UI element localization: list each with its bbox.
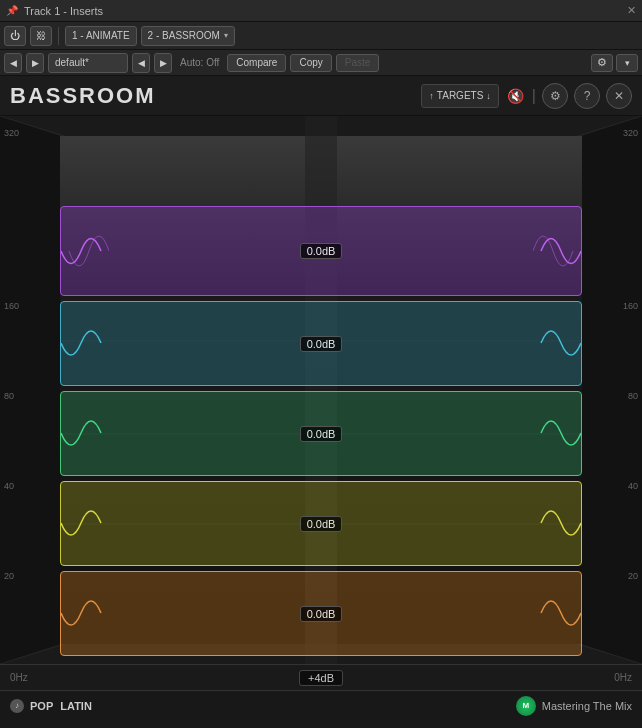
brand-label: Mastering The Mix (542, 700, 632, 712)
copy-button[interactable]: Copy (290, 54, 331, 72)
bottom-hz-right: 0Hz (614, 672, 632, 683)
separator1 (58, 27, 59, 45)
toolbar1: ⏻ ⛓ 1 - ANIMATE 2 - BASSROOM ▾ (0, 22, 642, 50)
bottom-bar: 0Hz +4dB 0Hz (0, 664, 642, 690)
arrow-left2-button[interactable]: ◀ (132, 53, 150, 73)
auto-off-label: Auto: Off (176, 57, 223, 68)
arrow-right-button[interactable]: ▶ (26, 53, 44, 73)
arrow-right2-button[interactable]: ▶ (154, 53, 172, 73)
preset1-dropdown[interactable]: 1 - ANIMATE (65, 26, 137, 46)
scale-160-right: 160 (623, 301, 638, 311)
scale-320-right: 320 (623, 128, 638, 138)
scale-40-right: 40 (628, 481, 638, 491)
band-purple-wave-right (533, 207, 581, 295)
band-green-wave-left (61, 392, 109, 475)
band-yellow-label: 0.0dB (300, 516, 343, 532)
band-yellow[interactable]: 0.0dB (60, 481, 582, 566)
mtm-logo: M (516, 696, 536, 716)
band-purple-label: 0.0dB (300, 243, 343, 259)
scale-160-left: 160 (4, 301, 19, 311)
band-orange-wave-left (61, 572, 109, 655)
help-button[interactable]: ? (574, 83, 600, 109)
bottom-hz-left: 0Hz (10, 672, 28, 683)
bottom-center-db: +4dB (299, 670, 343, 686)
band-purple-wave-left (61, 207, 109, 295)
settings-button[interactable]: ⚙ (542, 83, 568, 109)
header-controls: ↑ TARGETS ↓ 🔇 | ⚙ ? ✕ (421, 83, 632, 109)
close-button[interactable]: ✕ (606, 83, 632, 109)
band-green-wave-right (533, 392, 581, 475)
toolbar2: ◀ ▶ default* ◀ ▶ Auto: Off Compare Copy … (0, 50, 642, 76)
scale-20-right: 20 (628, 571, 638, 581)
genre-icon: ♪ (10, 699, 24, 713)
link-button[interactable]: ⛓ (30, 26, 52, 46)
band-teal-wave-left (61, 302, 109, 385)
band-purple[interactable]: 0.0dB (60, 206, 582, 296)
band-orange-label: 0.0dB (300, 606, 343, 622)
scale-80-right: 80 (628, 391, 638, 401)
arrow-down-icon: ↓ (486, 91, 491, 101)
title-bar: 📌 Track 1 - Inserts ✕ (0, 0, 642, 22)
band-yellow-wave-right (533, 482, 581, 565)
plugin-header: BASSROOM ↑ TARGETS ↓ 🔇 | ⚙ ? ✕ (0, 76, 642, 116)
preset2-label: 2 - BASSROOM (148, 30, 220, 41)
plugin-title: BASSROOM (10, 83, 421, 109)
targets-button[interactable]: ↑ TARGETS ↓ (421, 84, 498, 108)
footer-left: ♪ POP LATIN (10, 699, 92, 713)
scale-320-left: 320 (4, 128, 19, 138)
svg-marker-2 (582, 116, 642, 664)
band-teal-label: 0.0dB (300, 336, 343, 352)
main-area: 320 320 0.0dB 160 160 (0, 116, 642, 664)
footer-right: M Mastering The Mix (516, 696, 632, 716)
gear-area: ⚙ ▾ (591, 54, 638, 72)
band-green[interactable]: 0.0dB (60, 391, 582, 476)
power-button[interactable]: ⏻ (4, 26, 26, 46)
footer-genre: POP LATIN (30, 700, 92, 712)
preset-name-label: default* (55, 57, 89, 68)
arrow-left-button[interactable]: ◀ (4, 53, 22, 73)
footer: ♪ POP LATIN M Mastering The Mix (0, 690, 642, 720)
close-icon[interactable]: ✕ (627, 4, 636, 17)
band-green-label: 0.0dB (300, 426, 343, 442)
paste-button[interactable]: Paste (336, 54, 380, 72)
band-orange-wave-right (533, 572, 581, 655)
divider-icon: | (532, 87, 536, 105)
preset2-dropdown[interactable]: 2 - BASSROOM ▾ (141, 26, 235, 46)
arrow-up-icon: ↑ (429, 91, 434, 101)
band-teal[interactable]: 0.0dB (60, 301, 582, 386)
chevron-down-btn[interactable]: ▾ (616, 54, 638, 72)
scale-20-left: 20 (4, 571, 14, 581)
pin-icon: 📌 (6, 5, 18, 16)
band-yellow-wave-left (61, 482, 109, 565)
band-teal-wave-right (533, 302, 581, 385)
title-text: Track 1 - Inserts (24, 5, 621, 17)
svg-line-3 (0, 116, 321, 216)
preset-name-dropdown[interactable]: default* (48, 53, 128, 73)
svg-line-4 (321, 116, 642, 216)
scale-40-left: 40 (4, 481, 14, 491)
band-orange[interactable]: 0.0dB (60, 571, 582, 656)
scale-80-left: 80 (4, 391, 14, 401)
svg-marker-1 (0, 116, 60, 664)
speaker-icon[interactable]: 🔇 (505, 86, 526, 106)
preset1-label: 1 - ANIMATE (72, 30, 130, 41)
chevron-down-icon: ▾ (224, 31, 228, 40)
gear-button[interactable]: ⚙ (591, 54, 613, 72)
compare-button[interactable]: Compare (227, 54, 286, 72)
